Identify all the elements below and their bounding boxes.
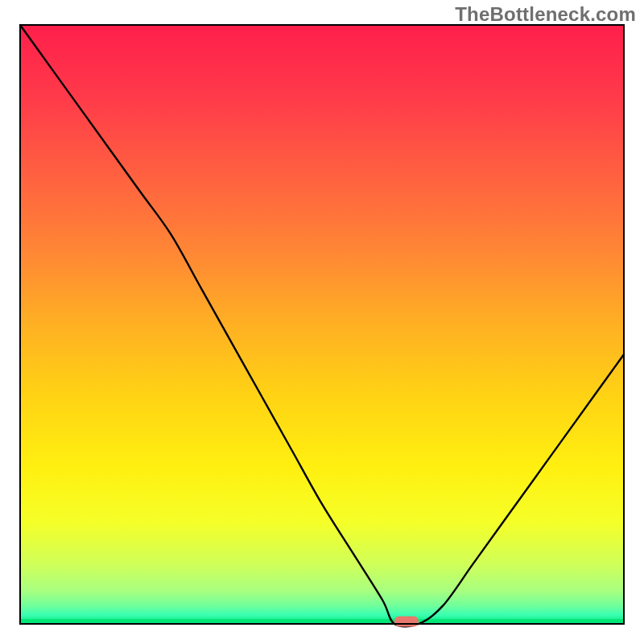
chart-container: TheBottleneck.com — [0, 0, 644, 644]
bottleneck-chart — [0, 0, 644, 644]
optimal-point-marker — [394, 617, 419, 627]
attribution-label: TheBottleneck.com — [455, 3, 636, 26]
gradient-background — [20, 25, 624, 624]
